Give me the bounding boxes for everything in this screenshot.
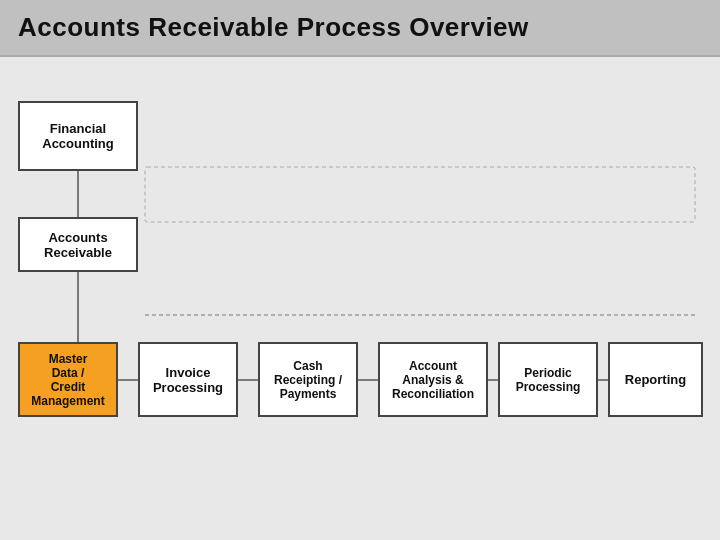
diagram-area: Financial Accounting Accounts Receivable… [0, 57, 720, 540]
page-title: Accounts Receivable Process Overview [0, 0, 720, 57]
financial-accounting-box: Financial Accounting [18, 101, 138, 171]
invoice-processing-box: Invoice Processing [138, 342, 238, 417]
cash-receipting-box: Cash Receipting / Payments [258, 342, 358, 417]
accounts-receivable-box: Accounts Receivable [18, 217, 138, 272]
periodic-processing-box: Periodic Processing [498, 342, 598, 417]
master-data-box: Master Data / Credit Management [18, 342, 118, 417]
reporting-box: Reporting [608, 342, 703, 417]
svg-rect-8 [145, 167, 695, 222]
page: Accounts Receivable Process Overview Fin… [0, 0, 720, 540]
account-analysis-box: Account Analysis & Reconciliation [378, 342, 488, 417]
